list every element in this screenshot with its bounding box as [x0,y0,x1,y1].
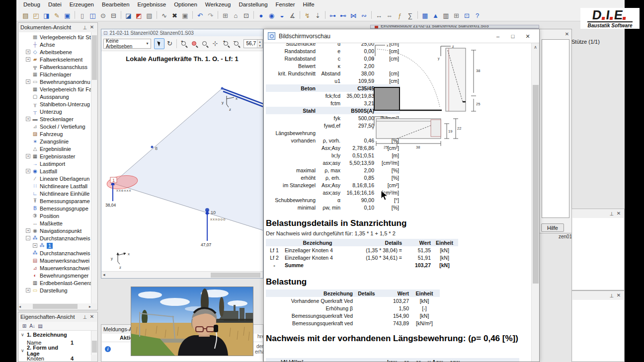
tree-expander-icon[interactable] [26,273,30,278]
tree-item[interactable]: ⊿ Sockel / Vertiefung [19,123,91,130]
menu-item[interactable]: Datei [44,0,66,9]
tree-expander-icon[interactable] [26,87,30,91]
toolbar-icon[interactable] [157,11,157,19]
tree-expander-icon[interactable] [26,132,30,136]
tree-item[interactable]: + ◉ Navigationspunkt [19,227,91,234]
toolbar-icon[interactable]: ⊷ [338,10,348,20]
toolbar-icon[interactable]: ⊶ [328,10,337,20]
tree-item[interactable]: B Bemessungsgruppe [19,205,91,212]
tree-expander-icon[interactable] [26,109,30,114]
zoom-out-button[interactable]: − [231,38,242,49]
tree-item[interactable]: ┬ Unterzug [19,108,91,115]
tree-expander-icon[interactable] [26,199,30,203]
tree-expander-icon[interactable]: + [33,243,37,248]
tree-item[interactable]: ▢ Aussparung [19,93,91,100]
toolbar-icon[interactable]: ◨ [42,10,51,20]
cad-canvas[interactable]: Lokale Auflagerkräfte Th. 1. O. - Lf: 1 … [101,51,263,272]
tree-item[interactable]: + ◇ Arbeitsebene [19,48,91,56]
close-icon[interactable]: ✕ [615,292,622,299]
tree-expander-icon[interactable] [26,266,30,270]
tree-item[interactable]: + ▭ Darstellung [19,287,91,294]
toolbar-icon[interactable]: ⊡ [462,10,472,20]
scrollbar-thumb[interactable] [211,273,260,278]
pin-icon[interactable]: ⊤ [81,313,88,320]
corner-node[interactable] [221,87,224,90]
toolbar-icon[interactable]: ▤ [21,10,30,20]
scroll-right-icon[interactable]: ▸ [89,304,91,309]
toolbar-icon[interactable] [325,11,325,19]
toolbar-icon[interactable]: ⊙ [98,10,108,20]
toolbar-icon[interactable]: ⋈ [349,10,358,20]
spin-up-icon[interactable]: ▴ [257,40,262,44]
close-icon[interactable]: ✕ [88,24,95,31]
toolbar-icon[interactable]: ⊡ [242,10,251,20]
close-icon[interactable]: ✕ [615,210,622,217]
toolbar-icon[interactable]: ↯ [303,10,312,20]
tree-expander-icon[interactable] [26,206,30,211]
tree-expander-icon[interactable] [26,184,30,188]
tree-expander-icon[interactable] [26,214,30,218]
close-icon[interactable]: ✕ [520,31,535,41]
tree-item[interactable]: ◐ Bewehrungsmenger [19,272,91,279]
toolbar-icon[interactable]: ◰ [31,10,41,20]
spin-down-icon[interactable]: ▾ [257,44,262,48]
preview-vertical-scrollbar[interactable]: ∧ [531,43,539,362]
tree-expander-icon[interactable]: + [26,50,30,54]
tree-item[interactable]: - ⁂ Durchstanznachweis [19,234,91,242]
toolbar-icon[interactable]: ▯ [78,10,87,20]
toolbar-icon[interactable] [192,11,193,19]
tree-expander-icon[interactable] [26,161,30,166]
workplane-dropdown[interactable]: Keine Arbeitseben ▾ [103,39,151,49]
toolbar-icon[interactable]: ▣ [63,10,72,20]
tree-expander-icon[interactable] [26,94,30,99]
tree-expander-icon[interactable]: + [26,288,30,292]
toolbar-icon[interactable]: ⇣ [313,10,322,20]
tree-expander-icon[interactable]: + [26,79,30,84]
properties-toolbar-icon[interactable]: A↓ [28,323,36,329]
scrollbar-thumb[interactable] [33,304,78,309]
zoom-window-button[interactable]: + [178,38,189,49]
pin-icon[interactable]: ⊤ [608,292,615,299]
toolbar-icon[interactable]: ⊞ [452,10,461,20]
toolbar-icon[interactable] [218,11,218,19]
tree-expander-icon[interactable] [26,65,30,69]
tree-item[interactable]: ▨ Fahrzeug [19,130,91,138]
tree-item[interactable]: ▩ Verlegebereich für St [19,33,91,41]
toolbar-icon[interactable]: ↷ [206,10,215,20]
tree-expander-icon[interactable]: + [26,154,30,158]
preview-titlebar[interactable]: Bildschirmvorschau – □ ✕ [264,29,539,43]
toolbar-icon[interactable] [253,11,254,19]
tree-item[interactable]: △ Ergebnislinie [19,145,91,152]
toolbar-icon[interactable]: ◉ [267,10,276,20]
toolbar-icon[interactable]: ∾ [359,10,369,20]
menu-item[interactable]: Darstellung [235,0,271,9]
tree-item[interactable]: ▦ Verlegebereich für Fa [19,85,91,93]
tree-item[interactable]: + ▰ Faltwerkselement [19,56,91,63]
tree-expander-icon[interactable] [26,102,30,106]
tree-expander-icon[interactable]: + [26,169,30,173]
toolbar-icon[interactable]: ◪ [124,10,133,20]
property-row[interactable]: ∨ 1. Bezeichnung [19,331,91,339]
close-icon[interactable]: ✕ [88,313,95,320]
tree-expander-icon[interactable] [26,72,30,76]
toolbar-icon[interactable] [417,11,418,19]
chevron-down-icon[interactable]: ∨ [21,332,27,337]
tree-expander-icon[interactable] [26,191,30,196]
close-icon[interactable]: ✕ [564,31,570,38]
tree-vertical-scrollbar[interactable] [91,32,97,303]
tree-item[interactable]: + ▦ Ergebnisraster [19,152,91,160]
toolbar-icon[interactable]: ◩ [134,10,144,20]
node-8[interactable] [151,146,154,148]
toolbar-icon[interactable]: ⇔ [385,10,394,20]
toolbar-icon[interactable]: ▲ [431,10,440,20]
tree-item[interactable]: ∗ Zwangslinie [19,138,91,145]
toolbar-icon[interactable]: ▧ [145,10,154,20]
toolbar-icon[interactable]: ⊞ [221,10,230,20]
background-window-titlebar[interactable]: Einzellaststütze 21-02-11 Stanzen\002 St… [370,25,539,29]
maximize-icon[interactable]: □ [505,31,520,41]
tree-item[interactable]: ╦ Faltwerksanschluss [19,63,91,71]
tree-item[interactable]: + ▭ Bewehrungsanordnu [19,78,91,85]
scrollbar-thumb[interactable] [92,35,97,80]
menu-item[interactable]: Fenster [272,0,299,9]
cad-horizontal-scrollbar[interactable]: ◂ [101,271,263,278]
